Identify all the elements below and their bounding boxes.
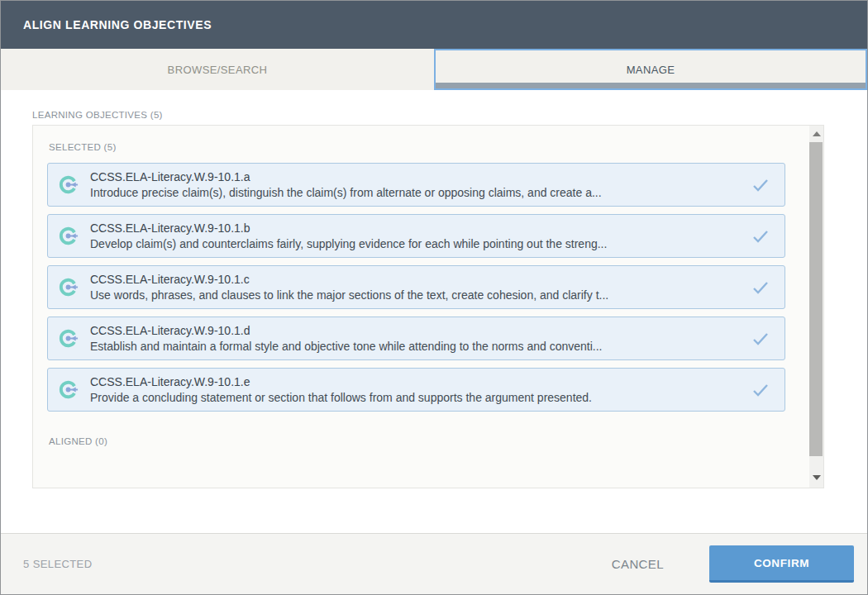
align-learning-objectives-dialog: ALIGN LEARNING OBJECTIVES BROWSE/SEARCH … [0, 0, 868, 595]
objective-text: CCSS.ELA-Literacy.W.9-10.1.e Provide a c… [90, 374, 744, 406]
objective-text: CCSS.ELA-Literacy.W.9-10.1.c Use words, … [90, 272, 744, 303]
target-alignment-icon [57, 225, 79, 247]
objective-row[interactable]: CCSS.ELA-Literacy.W.9-10.1.c Use words, … [47, 265, 785, 309]
target-alignment-icon [57, 276, 79, 298]
objective-description: Develop claim(s) and counterclaims fairl… [90, 236, 744, 252]
objective-code: CCSS.ELA-Literacy.W.9-10.1.a [90, 169, 744, 185]
panel-scrollbar[interactable] [809, 126, 823, 488]
target-alignment-icon [57, 327, 79, 350]
objective-code: CCSS.ELA-Literacy.W.9-10.1.d [90, 323, 744, 339]
dialog-header: ALIGN LEARNING OBJECTIVES [1, 1, 867, 49]
tab-browse-search-label: BROWSE/SEARCH [168, 64, 268, 76]
objective-row[interactable]: CCSS.ELA-Literacy.W.9-10.1.a Introduce p… [47, 163, 785, 207]
selected-objectives-list: CCSS.ELA-Literacy.W.9-10.1.a Introduce p… [47, 163, 809, 412]
dialog-body: LEARNING OBJECTIVES (5) SELECTED (5) CCS… [1, 90, 867, 533]
checkmark-icon [752, 332, 769, 345]
objective-description: Use words, phrases, and clauses to link … [90, 288, 744, 303]
dialog-footer: 5 SELECTED CANCEL CONFIRM [1, 533, 867, 594]
scroll-up-button[interactable] [809, 126, 823, 141]
target-alignment-icon [57, 378, 79, 401]
objectives-panel-content: SELECTED (5) CCSS.ELA-Literacy.W.9-10.1.… [33, 126, 809, 488]
objective-code: CCSS.ELA-Literacy.W.9-10.1.b [90, 221, 744, 236]
selected-section-label: SELECTED (5) [49, 142, 809, 152]
tab-manage[interactable]: MANAGE [434, 49, 867, 90]
objective-row[interactable]: CCSS.ELA-Literacy.W.9-10.1.d Establish a… [47, 317, 785, 360]
scroll-up-arrow-icon [813, 131, 821, 136]
tab-manage-label: MANAGE [627, 64, 675, 76]
tab-browse-search[interactable]: BROWSE/SEARCH [1, 49, 434, 90]
dialog-title: ALIGN LEARNING OBJECTIVES [23, 18, 212, 31]
checkmark-icon [752, 383, 769, 397]
objective-row[interactable]: CCSS.ELA-Literacy.W.9-10.1.e Provide a c… [47, 368, 785, 412]
objective-text: CCSS.ELA-Literacy.W.9-10.1.a Introduce p… [90, 169, 744, 201]
objective-text: CCSS.ELA-Literacy.W.9-10.1.d Establish a… [90, 323, 744, 355]
selected-count-label: 5 SELECTED [23, 558, 92, 570]
scroll-down-arrow-icon [813, 475, 821, 480]
checkmark-icon [752, 230, 769, 243]
aligned-section-label: ALIGNED (0) [49, 436, 809, 446]
objective-description: Establish and maintain a formal style an… [90, 339, 744, 355]
objective-row[interactable]: CCSS.ELA-Literacy.W.9-10.1.b Develop cla… [47, 214, 785, 258]
objective-description: Introduce precise claim(s), distinguish … [90, 185, 744, 201]
tab-bar: BROWSE/SEARCH MANAGE [1, 49, 867, 90]
checkmark-icon [752, 281, 769, 294]
scrollbar-thumb[interactable] [809, 142, 823, 456]
objective-text: CCSS.ELA-Literacy.W.9-10.1.b Develop cla… [90, 221, 744, 252]
learning-objectives-count-label: LEARNING OBJECTIVES (5) [32, 110, 163, 120]
target-alignment-icon [57, 174, 79, 196]
active-tab-indicator [436, 83, 866, 88]
confirm-button[interactable]: CONFIRM [709, 545, 854, 583]
objective-description: Provide a concluding statement or sectio… [90, 390, 744, 406]
scroll-down-button[interactable] [809, 470, 823, 485]
objective-code: CCSS.ELA-Literacy.W.9-10.1.e [90, 374, 744, 390]
objectives-panel: SELECTED (5) CCSS.ELA-Literacy.W.9-10.1.… [32, 125, 824, 488]
objective-code: CCSS.ELA-Literacy.W.9-10.1.c [90, 272, 744, 288]
checkmark-icon [752, 178, 769, 192]
cancel-button[interactable]: CANCEL [612, 557, 664, 571]
